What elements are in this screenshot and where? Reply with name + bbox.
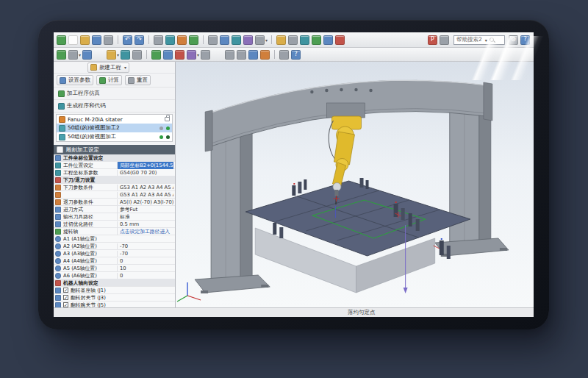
edit-toolpath-icon[interactable] [163, 50, 173, 60]
tree-item-toolpath-2[interactable]: 50组(的)俯视图加工2 [57, 124, 172, 132]
machining-settings-header[interactable]: 雕刻加工设定 [54, 145, 175, 154]
property-row[interactable]: 翻转肘关节 (J3) [54, 294, 175, 302]
property-row[interactable]: 工程坐标系参数 G54(G0 70 20) [54, 169, 175, 176]
property-row[interactable]: 下刀参数条件 G53 A1 A2 A3 A4 A5 A6 [54, 184, 175, 191]
sketch-tool-icon[interactable] [82, 50, 93, 60]
undo-icon[interactable]: ↶ [123, 35, 133, 45]
view-iso-icon[interactable] [248, 50, 259, 60]
robot-setup-icon[interactable] [276, 35, 287, 45]
tree-item-robot[interactable]: Fanuc M-20iA sitater [57, 115, 172, 124]
generate-code-button[interactable]: 生成程序和代码 [57, 101, 107, 110]
calculate-button[interactable]: 计算 [96, 75, 122, 85]
pan-view-icon[interactable] [165, 35, 176, 45]
property-row[interactable]: A4 (A4轴位置) 0 [54, 257, 175, 265]
screen-capture-icon[interactable] [440, 35, 450, 45]
property-value[interactable]: 点击设定加工路径进入 [117, 228, 173, 235]
toolpath-create-icon[interactable] [312, 35, 322, 45]
flip-checkbox[interactable] [63, 302, 68, 307]
zoom-fit-icon[interactable] [260, 50, 270, 60]
property-row[interactable]: 退刀参数条件 A5(I) A2(-70) A3(I-70) [54, 199, 175, 206]
section-view-icon[interactable] [232, 35, 242, 45]
new-toolpath-icon[interactable] [151, 50, 162, 60]
property-row[interactable]: A3 (A3轴位置) -70 [54, 250, 175, 257]
property-value[interactable]: -70 [117, 251, 173, 257]
rotate-view-icon[interactable] [189, 35, 199, 45]
property-row[interactable]: 机器人轴向设定 [54, 279, 175, 287]
property-row[interactable]: 翻转腕关节 (J5) [54, 302, 175, 307]
property-value[interactable]: 标准 [117, 213, 173, 221]
property-row[interactable]: A1 (A1轴位置) [54, 235, 175, 243]
property-value[interactable]: 0 [117, 273, 173, 279]
property-value[interactable]: G53 A1 A2 A3 A4 A5 A6 [117, 192, 173, 198]
property-row[interactable]: 工件坐标位置设定 [54, 154, 175, 162]
app-logo-icon[interactable] [57, 35, 67, 45]
select-tool-icon[interactable]: ▾ [68, 50, 81, 60]
chevron-down-icon[interactable]: ▾ [485, 38, 487, 43]
print-icon[interactable] [104, 35, 114, 45]
help-icon[interactable]: ? [520, 35, 531, 45]
new-project-button[interactable]: 新建工程 ▾ [87, 63, 129, 73]
property-value[interactable]: 0 [117, 258, 173, 264]
toolbar-icon-glyph [288, 35, 298, 45]
display-options-icon[interactable] [279, 50, 290, 60]
coordinate-system-icon[interactable] [121, 50, 131, 60]
viewport-3d[interactable] [176, 62, 534, 307]
select-arrow-icon[interactable] [154, 35, 164, 45]
delete-toolpath-icon[interactable] [175, 50, 185, 60]
flip-checkbox[interactable] [63, 288, 68, 293]
property-row[interactable]: G53 A1 A2 A3 A4 A5 A6 [54, 191, 175, 199]
property-row[interactable]: A6 (A6轴位置) 0 [54, 272, 175, 279]
redo-icon[interactable]: ↷ [135, 35, 145, 45]
open-file-icon[interactable] [80, 35, 90, 45]
view-orientation-icon[interactable]: ▾ [255, 35, 268, 45]
chevron-down-icon: ▾ [117, 52, 119, 57]
property-row[interactable]: 过切优化路径 0.5 mm [54, 221, 175, 228]
pdf-export-icon[interactable]: P [428, 35, 438, 45]
property-icon [55, 229, 61, 235]
new-document-icon[interactable] [68, 35, 79, 45]
chevron-down-icon: ▾ [79, 52, 81, 57]
collision-check-icon[interactable] [335, 35, 345, 45]
property-value[interactable]: 0.5 mm [117, 221, 173, 227]
view-top-icon[interactable] [237, 50, 247, 60]
set-parameters-button[interactable]: 设置参数 [57, 75, 93, 85]
simulation-icon[interactable] [323, 35, 334, 45]
simulate-program-button[interactable]: 加工程序仿真 [57, 89, 101, 98]
settings-gear-icon[interactable]: ⚙ [509, 35, 519, 45]
property-row[interactable]: 输出刀具路径 标准 [54, 213, 175, 221]
post-process-icon[interactable] [201, 50, 211, 60]
property-row[interactable]: 进刀方式 参考Fut [54, 206, 175, 213]
property-row[interactable]: 下刀/退刀设置 [54, 176, 175, 184]
help-search-input[interactable]: 帮助搜索2 ▾ [453, 35, 505, 45]
machine-config-icon[interactable]: ▾ [107, 50, 119, 60]
property-row[interactable]: 工件位置设定 局部坐标B2+0(1544.582 [54, 162, 175, 169]
property-value[interactable]: 10 [117, 265, 173, 271]
flip-checkbox[interactable] [63, 295, 68, 300]
property-row[interactable]: A2 (A2轴位置) -70 [54, 243, 175, 250]
property-value[interactable]: 参考Fut [117, 206, 173, 213]
app-logo-icon-2[interactable] [57, 50, 67, 60]
property-row[interactable]: A5 (A5轴位置) 10 [54, 265, 175, 272]
property-row[interactable]: 旋转轴 点击设定加工路径进入 [54, 228, 175, 235]
property-value[interactable]: G53 A1 A2 A3 A4 A5 A6 [117, 185, 173, 190]
help-icon-2[interactable]: ? [291, 50, 301, 60]
measure-tool-icon[interactable] [243, 35, 254, 45]
property-value[interactable]: G54(G0 70 20) [117, 170, 173, 176]
toolbar-icon-glyph [146, 50, 147, 59]
reset-button[interactable]: 重置 [125, 75, 151, 85]
property-row[interactable]: 翻转基座轴 (J1) [54, 287, 175, 294]
wireframe-display-icon[interactable] [208, 35, 218, 45]
tree-item-toolpath-1[interactable]: 50组(的)俯视图加工 [57, 132, 172, 141]
tool-library-icon[interactable] [288, 35, 298, 45]
property-value[interactable]: -70 [117, 243, 173, 249]
save-icon[interactable] [92, 35, 102, 45]
workpiece-setup-icon[interactable] [300, 35, 310, 45]
simulate-path-icon[interactable]: ▾ [187, 50, 199, 60]
property-value[interactable]: A5(I) A2(-70) A3(I-70) [117, 199, 173, 205]
zoom-view-icon[interactable] [177, 35, 187, 45]
shaded-display-icon[interactable] [220, 35, 230, 45]
view-front-icon[interactable] [225, 50, 235, 60]
property-value[interactable]: 局部坐标B2+0(1544.582 [117, 162, 173, 169]
toolbar-icon-glyph [212, 50, 223, 60]
stock-setup-icon[interactable] [132, 50, 143, 60]
